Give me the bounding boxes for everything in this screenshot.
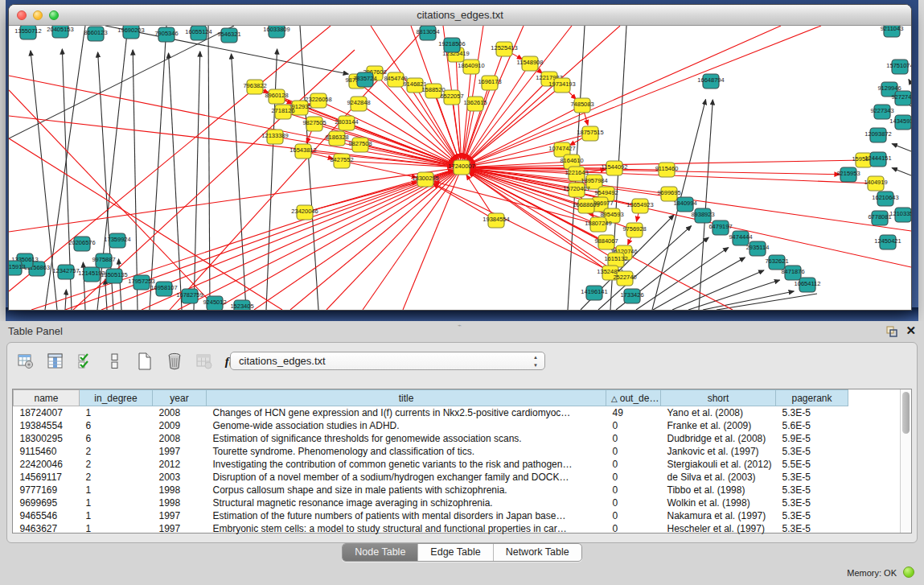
table-row[interactable]: 946554611997Estimation of the future num… xyxy=(14,509,901,522)
graph-edge[interactable] xyxy=(892,168,911,175)
table-row[interactable]: 911546021997Tourette syndrome. Phenomeno… xyxy=(14,445,901,458)
network-canvas[interactable]: 1724000779638228960128891293523226058982… xyxy=(9,26,911,310)
table-cell-out_degree[interactable]: 0 xyxy=(606,509,661,522)
row-height-icon[interactable] xyxy=(105,351,125,372)
graph-node[interactable]: 18807249 xyxy=(585,217,611,232)
graph-node[interactable]: 8427552 xyxy=(330,154,353,168)
table-cell-in_degree[interactable]: 6 xyxy=(80,419,153,432)
graph-edge[interactable] xyxy=(266,49,277,310)
zoom-window-icon[interactable] xyxy=(49,10,59,20)
graph-node[interactable]: 8960128 xyxy=(265,89,288,104)
table-cell-pagerank[interactable]: 5.3E-5 xyxy=(776,471,848,484)
graph-node[interactable]: 1615132 xyxy=(604,253,627,267)
graph-node[interactable]: 9975887 xyxy=(92,253,115,268)
float-panel-icon[interactable] xyxy=(885,325,897,337)
table-cell-year[interactable]: 1997 xyxy=(153,509,207,522)
table-cell-pagerank[interactable]: 5.5E-5 xyxy=(776,458,848,471)
column-header-year[interactable]: year xyxy=(153,390,207,406)
table-cell-pagerank[interactable]: 5.6E-5 xyxy=(776,419,848,432)
column-header-in_degree[interactable]: in_degree xyxy=(80,390,153,406)
column-header-out_degree[interactable]: △out_de… xyxy=(606,390,661,406)
table-cell-short[interactable]: Yano et al. (2008) xyxy=(661,406,776,419)
table-cell-short[interactable]: Wolkin et al. (1998) xyxy=(661,496,776,509)
graph-node[interactable]: 1696173 xyxy=(478,76,501,90)
graph-node[interactable]: 9242848 xyxy=(347,97,370,111)
graph-node[interactable]: 2803144 xyxy=(335,116,358,130)
table-cell-name[interactable]: 18724007 xyxy=(14,406,80,419)
graph-edge[interactable] xyxy=(9,76,462,167)
import-table-icon[interactable] xyxy=(194,351,215,372)
graph-node[interactable]: 8215953 xyxy=(836,167,860,182)
delete-column-icon[interactable] xyxy=(164,351,185,372)
table-cell-year[interactable]: 1998 xyxy=(153,484,207,496)
minimize-window-icon[interactable] xyxy=(33,10,43,20)
graph-node[interactable]: 12103354 xyxy=(889,208,911,222)
table-cell-out_degree[interactable]: 0 xyxy=(606,432,661,445)
graph-node[interactable]: 19734193 xyxy=(548,78,575,93)
table-cell-name[interactable]: 19384554 xyxy=(14,419,80,432)
table-cell-out_degree[interactable]: 0 xyxy=(606,419,661,432)
table-cell-title[interactable]: Investigating the contribution of common… xyxy=(207,458,606,471)
table-cell-pagerank[interactable]: 5.3E-5 xyxy=(776,496,848,509)
table-cell-year[interactable]: 2008 xyxy=(153,432,207,445)
table-cell-short[interactable]: Hescheler et al. (1997) xyxy=(661,522,776,535)
graph-node[interactable]: 2718126 xyxy=(271,105,294,119)
graph-node[interactable]: 9827508 xyxy=(348,138,372,152)
graph-edge[interactable] xyxy=(214,167,462,310)
graph-node[interactable]: 7905346 xyxy=(154,27,178,42)
table-cell-pagerank[interactable]: 5.3E-5 xyxy=(776,509,848,522)
graph-edge[interactable] xyxy=(9,26,331,291)
graph-edge[interactable] xyxy=(133,50,138,310)
graph-node[interactable]: 9211043 xyxy=(881,26,904,37)
table-cell-in_degree[interactable]: 2 xyxy=(80,471,153,484)
table-cell-name[interactable]: 9115460 xyxy=(14,445,80,458)
table-cell-short[interactable]: Stergiakouli et al. (2012) xyxy=(661,458,776,471)
table-cell-year[interactable]: 2003 xyxy=(153,471,207,484)
table-cell-title[interactable]: Corpus callosum shape and size in male p… xyxy=(207,484,606,496)
select-columns-icon[interactable] xyxy=(75,351,96,372)
tab-node-table[interactable]: Node Table xyxy=(343,544,418,561)
graph-node[interactable]: 23420046 xyxy=(291,205,318,220)
graph-node[interactable]: 12450421 xyxy=(874,235,901,249)
table-cell-short[interactable]: Franke et al. (2009) xyxy=(661,419,776,432)
table-cell-out_degree[interactable]: 49 xyxy=(606,406,661,419)
column-header-title[interactable]: title xyxy=(207,390,606,406)
graph-edge[interactable] xyxy=(342,161,417,178)
graph-node[interactable]: 8938923 xyxy=(691,208,714,223)
graph-node[interactable]: 2522740 xyxy=(613,271,636,286)
table-cell-name[interactable]: 22420046 xyxy=(14,458,80,471)
table-cell-year[interactable]: 1998 xyxy=(153,496,207,509)
graph-node[interactable]: 1523405 xyxy=(230,300,253,310)
table-row[interactable]: 1830029562008Estimation of significance … xyxy=(14,432,901,445)
graph-node[interactable]: 15751074 xyxy=(886,60,911,74)
column-header-short[interactable]: short xyxy=(661,390,776,406)
graph-edge[interactable] xyxy=(892,144,911,151)
graph-edge[interactable] xyxy=(169,53,182,310)
scrollbar-thumb[interactable] xyxy=(902,392,910,434)
vertical-scrollbar[interactable] xyxy=(900,389,911,533)
graph-edge[interactable] xyxy=(452,97,460,159)
graph-node[interactable]: 9756928 xyxy=(622,223,646,237)
table-cell-pagerank[interactable]: 5.3E-5 xyxy=(776,484,848,496)
table-cell-out_degree[interactable]: 0 xyxy=(606,445,661,458)
graph-node[interactable]: 16033809 xyxy=(263,26,290,38)
graph-node[interactable]: 10654112 xyxy=(795,278,821,292)
table-cell-name[interactable]: 9699695 xyxy=(14,496,80,509)
table-row[interactable]: 1456911722003Disruption of a novel membe… xyxy=(14,471,901,484)
graph-edge[interactable] xyxy=(9,167,462,232)
table-cell-year[interactable]: 1997 xyxy=(153,445,207,458)
graph-node[interactable]: 13550712 xyxy=(14,26,41,39)
table-cell-short[interactable]: Tibbo et al. (1998) xyxy=(661,484,776,496)
table-row[interactable]: 1938455462009Genome-wide association stu… xyxy=(14,419,901,432)
close-panel-icon[interactable]: ✕ xyxy=(906,324,916,337)
graph-node[interactable]: 9115460 xyxy=(655,163,679,177)
graph-edge[interactable] xyxy=(178,167,462,310)
graph-node[interactable]: 7835724 xyxy=(353,72,376,87)
graph-node[interactable]: 19384554 xyxy=(483,213,509,228)
table-cell-in_degree[interactable]: 1 xyxy=(80,496,153,509)
graph-node[interactable]: 14196141 xyxy=(581,286,607,300)
graph-node[interactable]: 16210643 xyxy=(872,192,898,206)
table-cell-name[interactable]: 9465546 xyxy=(14,509,80,522)
table-cell-short[interactable]: de Silva et al. (2003) xyxy=(661,471,776,484)
table-cell-out_degree[interactable]: 0 xyxy=(606,522,661,535)
